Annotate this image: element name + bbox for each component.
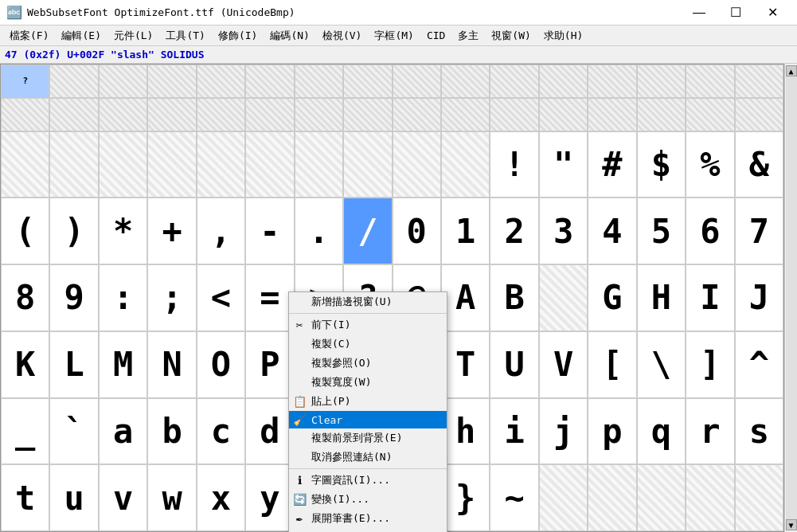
ctx-item-expand-stroke[interactable]: ✒展開筆書(E)... xyxy=(289,509,447,528)
glyph-cell[interactable]: . xyxy=(295,198,343,264)
glyph-cell[interactable] xyxy=(539,264,588,331)
glyph-cell[interactable] xyxy=(735,464,783,531)
glyph-cell[interactable]: I xyxy=(686,264,734,331)
glyph-cell[interactable] xyxy=(490,98,538,131)
ctx-item-copy-width[interactable]: 複製寬度(W) xyxy=(289,373,447,392)
ctx-item-transform[interactable]: 🔄變換(I)... xyxy=(289,490,447,509)
glyph-cell[interactable] xyxy=(735,98,783,131)
glyph-cell[interactable] xyxy=(1,131,49,198)
glyph-cell[interactable]: - xyxy=(245,198,294,264)
ctx-item-copy-ref[interactable]: 複製參照(O) xyxy=(289,354,447,373)
close-button[interactable]: ✕ xyxy=(754,0,791,25)
menu-item-h[interactable]: 求助(H) xyxy=(537,27,589,45)
ctx-item-add-preview[interactable]: 新增描邊視窗(U) xyxy=(289,292,447,311)
glyph-cell[interactable]: M xyxy=(99,331,147,398)
ctx-item-copy[interactable]: 複製(C) xyxy=(289,334,447,354)
glyph-cell[interactable]: p xyxy=(588,398,636,465)
glyph-cell[interactable]: ` xyxy=(49,398,98,465)
glyph-cell[interactable]: b xyxy=(147,398,196,465)
glyph-cell[interactable]: ; xyxy=(147,264,196,331)
glyph-cell[interactable]: # xyxy=(588,131,636,198)
glyph-cell[interactable]: % xyxy=(686,131,734,198)
glyph-cell[interactable]: : xyxy=(99,264,147,331)
glyph-cell[interactable]: j xyxy=(539,398,588,465)
menu-item-n[interactable]: 編碼(N) xyxy=(264,27,315,45)
glyph-cell[interactable] xyxy=(197,65,245,98)
glyph-cell[interactable] xyxy=(245,131,294,198)
ctx-item-clear[interactable]: 🧹Clear xyxy=(289,411,447,428)
glyph-cell[interactable]: a xyxy=(99,398,147,465)
maximize-button[interactable]: ☐ xyxy=(717,0,754,25)
glyph-cell[interactable] xyxy=(147,65,196,98)
menu-item-[interactable]: 多主 xyxy=(451,27,485,45)
glyph-cell[interactable]: < xyxy=(197,264,245,331)
glyph-cell[interactable] xyxy=(49,65,98,98)
ctx-item-glyph-info[interactable]: ℹ字圖資訊(I)... xyxy=(289,471,447,490)
glyph-cell[interactable] xyxy=(686,464,734,531)
glyph-cell[interactable]: ( xyxy=(1,198,49,264)
glyph-cell[interactable]: } xyxy=(441,464,490,531)
glyph-cell[interactable] xyxy=(735,65,783,98)
glyph-cell[interactable]: 0 xyxy=(393,198,441,264)
glyph-cell[interactable] xyxy=(539,464,588,531)
glyph-cell[interactable] xyxy=(637,464,686,531)
glyph-cell[interactable] xyxy=(147,131,196,198)
glyph-cell[interactable]: $ xyxy=(637,131,686,198)
glyph-cell[interactable]: s xyxy=(735,398,783,465)
glyph-cell[interactable]: & xyxy=(735,131,783,198)
glyph-cell[interactable]: 7 xyxy=(735,198,783,264)
glyph-cell[interactable] xyxy=(295,131,343,198)
glyph-cell[interactable] xyxy=(441,98,490,131)
glyph-cell[interactable]: _ xyxy=(1,398,49,465)
glyph-cell[interactable]: 9 xyxy=(49,264,98,331)
menu-item-v[interactable]: 檢視(V) xyxy=(316,27,368,45)
glyph-cell[interactable] xyxy=(99,131,147,198)
glyph-cell[interactable] xyxy=(49,131,98,198)
glyph-cell[interactable] xyxy=(343,131,392,198)
glyph-cell[interactable]: ] xyxy=(686,331,734,398)
glyph-cell[interactable]: 6 xyxy=(686,198,734,264)
glyph-cell[interactable]: A xyxy=(441,264,490,331)
glyph-cell[interactable] xyxy=(295,98,343,131)
glyph-cell[interactable] xyxy=(245,65,294,98)
glyph-cell[interactable] xyxy=(588,464,636,531)
glyph-cell[interactable]: B xyxy=(490,264,538,331)
glyph-cell[interactable] xyxy=(539,65,588,98)
glyph-cell[interactable]: 5 xyxy=(637,198,686,264)
glyph-cell[interactable]: J xyxy=(735,264,783,331)
glyph-cell[interactable] xyxy=(197,131,245,198)
glyph-cell[interactable] xyxy=(245,98,294,131)
glyph-cell[interactable]: " xyxy=(539,131,588,198)
glyph-cell[interactable]: G xyxy=(588,264,636,331)
glyph-cell[interactable] xyxy=(99,65,147,98)
minimize-button[interactable]: — xyxy=(681,0,717,25)
glyph-cell[interactable] xyxy=(637,98,686,131)
glyph-cell[interactable]: v xyxy=(99,464,147,531)
glyph-cell[interactable]: r xyxy=(686,398,734,465)
glyph-cell[interactable]: T xyxy=(441,331,490,398)
menu-item-f[interactable]: 檔案(F) xyxy=(3,27,55,45)
glyph-cell[interactable]: d xyxy=(245,398,294,465)
glyph-cell[interactable] xyxy=(343,98,392,131)
glyph-cell[interactable]: ) xyxy=(49,198,98,264)
glyph-cell[interactable]: 1 xyxy=(441,198,490,264)
glyph-cell[interactable]: ? xyxy=(1,65,49,98)
glyph-cell[interactable] xyxy=(588,65,636,98)
glyph-cell[interactable]: = xyxy=(245,264,294,331)
glyph-cell[interactable]: ~ xyxy=(490,464,538,531)
glyph-cell[interactable]: * xyxy=(99,198,147,264)
ctx-item-unlink-ref[interactable]: 取消參照連結(N) xyxy=(289,448,447,467)
glyph-cell[interactable] xyxy=(147,98,196,131)
menu-item-e[interactable]: 編輯(E) xyxy=(55,27,107,45)
glyph-cell[interactable] xyxy=(99,98,147,131)
glyph-cell[interactable] xyxy=(393,131,441,198)
scroll-up[interactable]: ▲ xyxy=(786,65,797,76)
glyph-cell[interactable] xyxy=(588,98,636,131)
glyph-cell[interactable] xyxy=(393,98,441,131)
glyph-cell[interactable]: U xyxy=(490,331,538,398)
glyph-cell[interactable] xyxy=(686,65,734,98)
glyph-cell[interactable]: c xyxy=(197,398,245,465)
menu-item-l[interactable]: 元件(L) xyxy=(107,27,159,45)
glyph-cell[interactable] xyxy=(490,65,538,98)
menu-item-i[interactable]: 修飾(I) xyxy=(212,27,264,45)
